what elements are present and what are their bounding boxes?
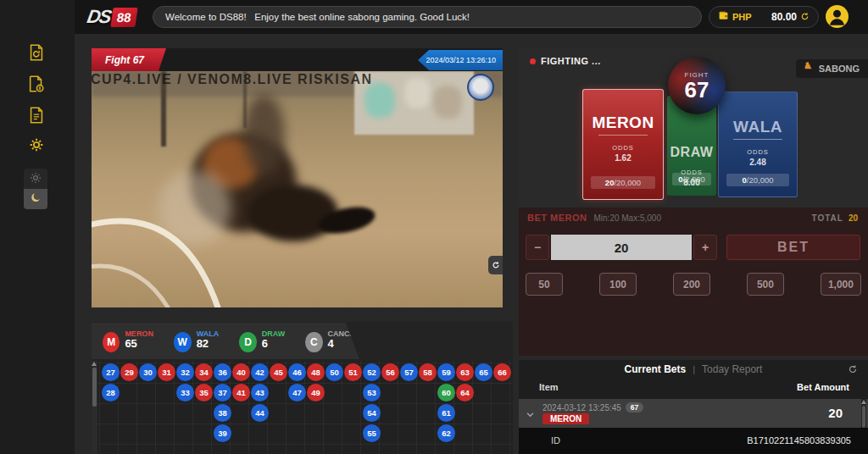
bet-id-value: B1710221145803839305 [747, 435, 851, 446]
result-cell: 59 [437, 363, 455, 381]
quick-amount-button[interactable]: 200 [673, 273, 710, 296]
result-cell: 32 [176, 363, 194, 381]
meron-bet-card[interactable]: MERON ODDS 1.62 20/20,000 [582, 89, 664, 200]
results-summary: MMERON65WWALA82DDRAW6CCANCEL4 [92, 323, 359, 359]
fight-number-circle: FIGHT 67 [668, 57, 726, 114]
rotate-video-button[interactable] [488, 256, 503, 274]
wala-odds: 2.48 [749, 158, 765, 167]
file-money-icon [27, 75, 46, 96]
sidebar-item-betting-records[interactable] [24, 41, 49, 66]
app-root: DS 88 Welcome to DS88! Enjoy the best on… [0, 0, 868, 454]
sidebar-item-rules[interactable] [24, 103, 49, 129]
result-type-count: 65 [125, 338, 153, 350]
quick-amount-button[interactable]: 1,000 [821, 273, 861, 296]
result-cell: 52 [363, 363, 381, 381]
file-list-icon [27, 106, 46, 127]
result-cell: 29 [120, 363, 138, 381]
decrease-amount-button[interactable]: − [526, 235, 549, 260]
refresh-balance-icon[interactable] [800, 9, 810, 25]
bet-label-row: BET MERON Min:20 Max:5,000 TOTAL 20 [527, 213, 858, 223]
odds-label: ODDS [612, 144, 634, 152]
result-cell: 61 [437, 404, 455, 422]
meron-odds: 1.62 [615, 153, 631, 163]
result-cell: 62 [437, 424, 455, 442]
meron-bet-total: 20/20,000 [591, 176, 654, 189]
bet-limits: Min:20 Max:5,000 [594, 213, 662, 223]
provider-name: SABONG [819, 64, 860, 74]
bet-amount-value: 20 [828, 406, 843, 420]
logo-number: 88 [110, 8, 137, 27]
file-sync-icon [27, 43, 46, 64]
total-value: 20 [849, 213, 858, 223]
bet-fight-number-pill: 67 [626, 402, 643, 412]
divider [598, 135, 648, 136]
bet-time: 2024-03-12 13:25:45 67 [542, 402, 643, 412]
odds-label: ODDS [747, 148, 769, 156]
refresh-bets-button[interactable] [848, 364, 858, 377]
announcement-bar: Welcome to DS88! Enjoy the best online s… [153, 6, 702, 28]
result-cell: 46 [288, 363, 306, 381]
increase-amount-button[interactable]: + [693, 235, 717, 260]
live-dot-icon [530, 58, 536, 64]
total-label: TOTAL [811, 213, 843, 223]
provider-badge: SABONG [796, 59, 868, 78]
chevron-down-icon[interactable] [526, 407, 535, 423]
light-mode-toggle[interactable] [24, 169, 47, 189]
tab-today-report[interactable]: Today Report [702, 363, 762, 375]
tab-separator: | [693, 364, 695, 374]
meron-bet-amount: 20 [605, 178, 615, 187]
sidebar [0, 0, 75, 454]
result-cell: 48 [307, 363, 325, 381]
result-cell: 65 [475, 363, 492, 381]
scrollbar-thumb[interactable] [862, 406, 865, 428]
video-frame[interactable]: UCUP4.LIVE / VENOM8.LIVE RISKISAN [92, 71, 503, 307]
result-type-icon: M [103, 332, 120, 352]
quick-amount-button[interactable]: 100 [599, 273, 637, 296]
sidebar-item-money-records[interactable] [24, 72, 49, 97]
quick-amount-button[interactable]: 50 [526, 273, 563, 296]
rooster-icon [803, 61, 815, 76]
live-video-panel: Fight 67 2024/03/12 13:26:10 [92, 48, 503, 307]
tab-current-bets[interactable]: Current Bets [625, 363, 687, 375]
fight-badge-label: Fight 67 [105, 54, 144, 66]
wallet-balance[interactable]: PHP 80.00 [709, 6, 819, 28]
wala-bet-card[interactable]: WALA ODDS 2.48 0/20,000 [718, 91, 798, 197]
sidebar-item-settings[interactable] [24, 133, 49, 158]
result-type-icon: W [174, 332, 192, 352]
result-cell: 40 [232, 363, 250, 381]
moon-icon [30, 191, 42, 207]
bet-amount-input[interactable] [551, 235, 692, 260]
scroll-up-arrow[interactable] [92, 362, 97, 366]
scroll-up-arrow[interactable] [861, 400, 866, 404]
bets-tabs: Current Bets | Today Report [519, 363, 868, 375]
result-cell: 41 [232, 384, 250, 401]
gear-icon [27, 136, 46, 157]
video-timestamp: 2024/03/12 13:26:10 [426, 56, 496, 64]
dark-mode-toggle[interactable] [24, 189, 47, 209]
fight-number: 67 [685, 79, 709, 101]
wala-bet-total: 0/20,000 [726, 174, 789, 186]
result-cell: 66 [493, 363, 511, 381]
divider [733, 139, 782, 140]
sun-icon [29, 171, 42, 187]
wala-bet-max: /20,000 [747, 175, 774, 185]
user-avatar[interactable] [826, 5, 849, 28]
bets-table-header: Item Bet Amount [519, 382, 868, 397]
result-cell: 33 [176, 384, 194, 401]
result-cell: 64 [456, 384, 474, 401]
ds88-logo[interactable]: DS 88 [87, 6, 136, 28]
fight-status: FIGHTING ... [530, 56, 601, 66]
chalk-line [92, 71, 503, 307]
result-cell: 50 [326, 363, 343, 381]
video-header: Fight 67 2024/03/12 13:26:10 [92, 48, 503, 71]
scrollbar-thumb[interactable] [92, 368, 97, 407]
column-item: Item [539, 382, 559, 392]
bet-row[interactable]: 2024-03-12 13:25:45 67 MERON 20 [519, 399, 868, 428]
result-cell: 37 [214, 384, 231, 401]
quick-amount-button[interactable]: 500 [747, 273, 784, 296]
results-scrollbar[interactable] [92, 361, 97, 454]
fight-results-panel: MMERON65WWALA82DDRAW6CCANCEL4 2729303132… [92, 322, 513, 454]
fight-status-text: FIGHTING ... [541, 56, 601, 66]
bet-button[interactable]: BET [726, 235, 860, 260]
quick-amounts: 501002005001,000 [526, 273, 861, 296]
